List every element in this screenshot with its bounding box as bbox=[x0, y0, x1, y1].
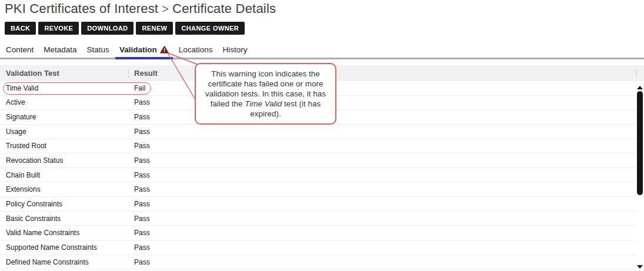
tab-status[interactable]: Status bbox=[87, 45, 109, 58]
toolbar: BACK REVOKE DOWNLOAD RENEW CHANGE OWNER bbox=[5, 22, 245, 35]
scroll-down-arrow-icon[interactable] bbox=[637, 265, 643, 269]
validation-test-name: Defined Name Constraints bbox=[0, 258, 128, 266]
page-title: Certificate Details bbox=[172, 1, 276, 16]
table-row: Policy Constraints Pass bbox=[0, 197, 636, 212]
validation-test-name: Signature bbox=[0, 113, 128, 121]
validation-test-result: Pass bbox=[128, 215, 150, 223]
scrollbar-thumb[interactable] bbox=[637, 91, 643, 195]
scroll-up-arrow-icon[interactable] bbox=[637, 86, 643, 89]
validation-test-result: Pass bbox=[128, 171, 150, 179]
validation-test-name: Trusted Root bbox=[0, 142, 128, 150]
table-row: Trusted Root Pass bbox=[0, 139, 636, 154]
validation-test-result: Pass bbox=[128, 128, 150, 136]
tab-label: Content bbox=[6, 45, 34, 54]
change-owner-button[interactable]: CHANGE OWNER bbox=[175, 22, 245, 35]
validation-test-result: Pass bbox=[128, 113, 150, 121]
validation-test-result: Pass bbox=[128, 258, 150, 266]
column-divider bbox=[636, 69, 637, 78]
validation-test-result: Pass bbox=[128, 200, 150, 208]
column-header-validation-test: Validation Test bbox=[0, 69, 128, 78]
table-row: Defined Name Constraints Pass bbox=[0, 255, 636, 270]
validation-test-name: Revocation Status bbox=[0, 156, 128, 165]
renew-button[interactable]: RENEW bbox=[136, 22, 173, 35]
validation-test-result: Pass bbox=[128, 185, 150, 193]
download-button[interactable]: DOWNLOAD bbox=[81, 22, 134, 35]
tab-label: History bbox=[222, 45, 247, 54]
validation-test-result: Pass bbox=[128, 156, 150, 165]
validation-test-name: Valid Name Constraints bbox=[0, 229, 128, 237]
breadcrumb-parent: PKI Certificates of Interest bbox=[5, 1, 158, 16]
breadcrumb: PKI Certificates of Interest>Certificate… bbox=[5, 1, 276, 17]
table-row: Revocation Status Pass bbox=[0, 153, 636, 168]
table-row: Chain Built Pass bbox=[0, 168, 636, 183]
table-row: Valid Name Constraints Pass bbox=[0, 226, 636, 240]
tab-label: Locations bbox=[179, 45, 213, 54]
tab-label: Validation bbox=[119, 45, 157, 54]
validation-test-name: Basic Constraints bbox=[0, 215, 128, 223]
callout-emphasis: Time Valid bbox=[245, 99, 282, 108]
tab-label: Status bbox=[87, 45, 109, 54]
validation-test-name: Active bbox=[0, 98, 128, 106]
vertical-scrollbar[interactable] bbox=[636, 82, 644, 271]
validation-test-name: Extensions bbox=[0, 185, 128, 193]
table-row: Usage Pass bbox=[0, 125, 636, 139]
tab-content[interactable]: Content bbox=[6, 45, 34, 58]
validation-test-result: Pass bbox=[128, 229, 150, 237]
tab-validation[interactable]: Validation bbox=[119, 45, 169, 58]
validation-test-name: Time Valid bbox=[0, 84, 128, 92]
validation-test-name: Usage bbox=[0, 128, 128, 136]
breadcrumb-separator: > bbox=[158, 2, 172, 15]
tab-label: Metadata bbox=[44, 45, 76, 54]
tab-locations[interactable]: Locations bbox=[179, 45, 213, 58]
table-row: Supported Name Constraints Pass bbox=[0, 240, 636, 255]
validation-test-name: Supported Name Constraints bbox=[0, 243, 128, 252]
column-header-result: Result bbox=[128, 69, 158, 78]
revoke-button[interactable]: REVOKE bbox=[38, 22, 79, 35]
tab-history[interactable]: History bbox=[222, 45, 247, 58]
table-row: Extensions Pass bbox=[0, 182, 636, 197]
validation-test-result: Fail bbox=[128, 84, 145, 92]
warning-triangle-icon bbox=[160, 46, 169, 53]
warning-callout: This warning icon indicates the certific… bbox=[195, 63, 336, 125]
table-row: Basic Constraints Pass bbox=[0, 212, 636, 226]
tab-metadata[interactable]: Metadata bbox=[44, 45, 76, 58]
tab-bar: Content Metadata Status Validation Locat… bbox=[0, 45, 644, 59]
column-divider bbox=[128, 69, 129, 78]
validation-test-name: Policy Constraints bbox=[0, 200, 128, 208]
back-button[interactable]: BACK bbox=[5, 22, 36, 35]
validation-test-name: Chain Built bbox=[0, 171, 128, 179]
validation-test-result: Pass bbox=[128, 98, 150, 106]
validation-test-result: Pass bbox=[128, 142, 150, 150]
validation-test-result: Pass bbox=[128, 243, 150, 252]
